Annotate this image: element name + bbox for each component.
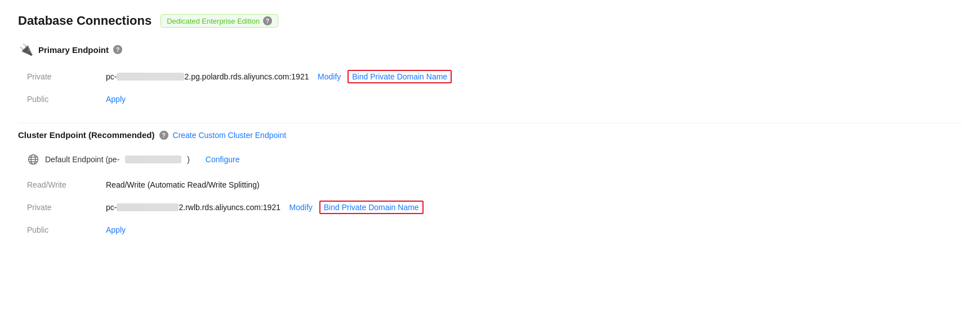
cluster-value-suffix: 2.rwlb.rds.aliyuncs.com:1921	[179, 203, 280, 212]
cluster-public-apply-link[interactable]: Apply	[106, 225, 126, 234]
private-value-cell: pc- 2.pg.polardb.rds.aliyuncs.com:1921 M…	[97, 64, 962, 89]
edition-help-icon[interactable]: ?	[263, 16, 272, 25]
create-custom-cluster-link[interactable]: Create Custom Cluster Endpoint	[173, 131, 287, 140]
primary-endpoint-table: Private pc- 2.pg.polardb.rds.aliyuncs.co…	[18, 64, 962, 109]
private-action-group: Modify Bind Private Domain Name	[318, 70, 452, 83]
table-row: Public Apply	[18, 220, 962, 240]
cluster-private-bind-domain-link[interactable]: Bind Private Domain Name	[319, 201, 424, 214]
cluster-private-value-cell: pc- 2.rwlb.rds.aliyuncs.com:1921 Modify …	[97, 195, 962, 220]
cluster-private-action-group: Modify Bind Private Domain Name	[289, 201, 424, 214]
page-header: Database Connections Dedicated Enterpris…	[18, 14, 962, 28]
primary-endpoint-header: 🔌 Primary Endpoint ?	[18, 42, 962, 57]
primary-endpoint-section: 🔌 Primary Endpoint ? Private pc- 2.pg.po…	[18, 42, 962, 109]
private-endpoint-value: pc- 2.pg.polardb.rds.aliyuncs.com:1921	[106, 72, 309, 81]
private-modify-link[interactable]: Modify	[318, 72, 341, 81]
globe-icon	[27, 153, 39, 166]
value-suffix: 2.pg.polardb.rds.aliyuncs.com:1921	[184, 72, 309, 81]
public-label: Public	[18, 89, 97, 109]
primary-endpoint-help-icon[interactable]: ?	[113, 45, 122, 54]
cluster-endpoint-header: Cluster Endpoint (Recommended) ? Create …	[18, 130, 962, 140]
cluster-endpoint-table: Read/Write Read/Write (Automatic Read/Wr…	[18, 175, 962, 240]
cluster-public-label: Public	[18, 220, 97, 240]
default-endpoint-row: Default Endpoint (pe- ) Configure	[18, 149, 962, 170]
readwrite-value-cell: Read/Write (Automatic Read/Write Splitti…	[97, 175, 962, 195]
cluster-private-blurred	[117, 203, 179, 211]
table-row: Read/Write Read/Write (Automatic Read/Wr…	[18, 175, 962, 195]
primary-endpoint-icon: 🔌	[18, 42, 34, 57]
cluster-public-value-cell: Apply	[97, 220, 962, 240]
cluster-endpoint-help-icon[interactable]: ?	[159, 131, 168, 140]
table-row: Public Apply	[18, 89, 962, 109]
table-row: Private pc- 2.rwlb.rds.aliyuncs.com:1921…	[18, 195, 962, 220]
cluster-endpoint-title: Cluster Endpoint (Recommended)	[18, 130, 155, 140]
cluster-private-endpoint-value: pc- 2.rwlb.rds.aliyuncs.com:1921	[106, 203, 280, 212]
default-endpoint-blurred	[125, 155, 181, 163]
private-label: Private	[18, 64, 97, 89]
edition-label: Dedicated Enterprise Edition	[167, 17, 260, 25]
default-endpoint-label-prefix: Default Endpoint (pe-	[45, 155, 119, 164]
private-blurred	[117, 73, 184, 81]
default-endpoint-label-suffix: )	[187, 155, 190, 164]
edition-badge: Dedicated Enterprise Edition ?	[161, 14, 278, 28]
public-value-cell: Apply	[97, 89, 962, 109]
cluster-endpoint-section: Cluster Endpoint (Recommended) ? Create …	[18, 123, 962, 240]
cluster-value-prefix: pc-	[106, 203, 117, 212]
readwrite-value: Read/Write (Automatic Read/Write Splitti…	[106, 180, 260, 189]
page-title: Database Connections	[18, 14, 152, 28]
cluster-private-label: Private	[18, 195, 97, 220]
readwrite-label: Read/Write	[18, 175, 97, 195]
private-bind-domain-link[interactable]: Bind Private Domain Name	[348, 70, 452, 83]
configure-link[interactable]: Configure	[206, 155, 240, 164]
table-row: Private pc- 2.pg.polardb.rds.aliyuncs.co…	[18, 64, 962, 89]
public-apply-link[interactable]: Apply	[106, 95, 126, 104]
cluster-private-modify-link[interactable]: Modify	[289, 203, 313, 212]
primary-endpoint-title: Primary Endpoint	[38, 45, 109, 55]
value-prefix: pc-	[106, 72, 117, 81]
